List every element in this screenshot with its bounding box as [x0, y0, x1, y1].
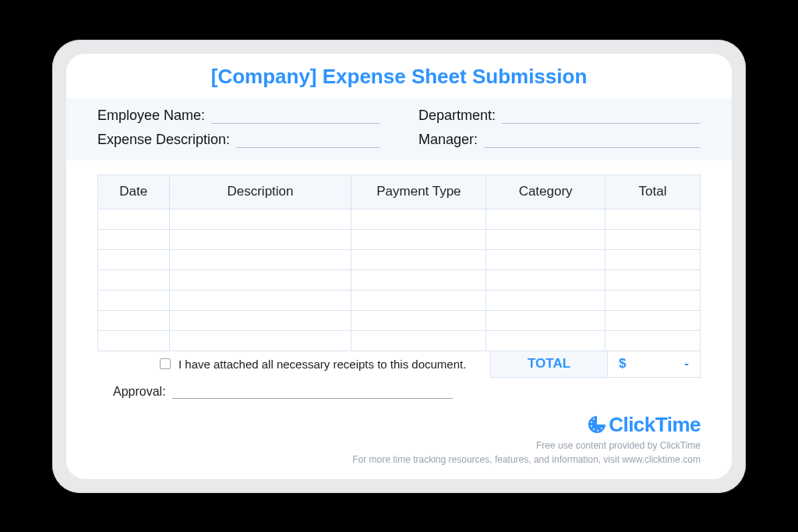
table-cell[interactable]: [351, 229, 486, 249]
col-header-category: Category: [486, 174, 606, 209]
form-title: [Company] Expense Sheet Submission: [66, 65, 732, 89]
table-cell[interactable]: [98, 290, 170, 310]
table-cell[interactable]: [98, 229, 170, 249]
svg-point-5: [601, 428, 602, 429]
total-currency: $: [619, 356, 626, 372]
col-header-total: Total: [605, 174, 700, 209]
expense-sheet: [Company] Expense Sheet Submission Emplo…: [66, 54, 732, 479]
table-cell[interactable]: [605, 290, 700, 310]
employee-name-field: Employee Name:: [97, 107, 380, 124]
table-cell[interactable]: [486, 270, 606, 290]
svg-point-1: [591, 421, 592, 423]
approval-input[interactable]: [172, 386, 453, 399]
col-header-description: Description: [169, 174, 351, 209]
table-cell[interactable]: [605, 249, 700, 270]
table-row: [98, 290, 701, 310]
table-cell[interactable]: [169, 330, 351, 351]
footer-line-2: For more time tracking resources, featur…: [352, 453, 701, 467]
svg-point-3: [593, 428, 595, 430]
department-input[interactable]: [502, 110, 701, 124]
table-cell[interactable]: [605, 270, 700, 290]
header-fields: Employee Name: Department: Expense Descr…: [66, 98, 732, 160]
table-header-row: Date Description Payment Type Category T…: [98, 174, 701, 209]
department-field: Department:: [418, 107, 701, 124]
table-cell[interactable]: [98, 249, 170, 270]
table-cell[interactable]: [486, 290, 606, 310]
table-row: [98, 229, 701, 249]
table-cell[interactable]: [351, 290, 486, 310]
table-cell[interactable]: [605, 229, 700, 249]
table-row: [98, 249, 701, 270]
col-header-date: Date: [98, 174, 170, 209]
table-cell[interactable]: [605, 330, 700, 351]
department-label: Department:: [418, 107, 496, 124]
expense-table-body: [98, 209, 701, 351]
total-amount: -: [684, 356, 689, 372]
brand-logo: ClickTime: [587, 413, 701, 437]
receipt-note-text: I have attached all necessary receipts t…: [178, 358, 466, 371]
table-cell[interactable]: [98, 310, 170, 330]
svg-point-2: [591, 425, 592, 427]
svg-point-4: [597, 430, 598, 432]
table-cell[interactable]: [486, 249, 606, 270]
brand-name: ClickTime: [609, 413, 701, 437]
svg-point-0: [593, 418, 595, 420]
col-header-payment-type: Payment Type: [351, 174, 486, 209]
expense-description-label: Expense Description:: [97, 132, 230, 148]
table-cell[interactable]: [605, 209, 700, 229]
table-cell[interactable]: [98, 209, 170, 229]
document-frame: [Company] Expense Sheet Submission Emplo…: [52, 40, 746, 493]
table-cell[interactable]: [98, 330, 170, 351]
table-cell[interactable]: [486, 330, 606, 351]
table-row: [98, 310, 701, 330]
table-cell[interactable]: [486, 209, 606, 229]
table-cell[interactable]: [351, 310, 486, 330]
table-row: [98, 330, 701, 351]
table-cell[interactable]: [486, 310, 606, 330]
table-row: [98, 209, 701, 229]
approval-label: Approval:: [113, 385, 166, 399]
table-row: [98, 270, 701, 290]
receipt-checkbox[interactable]: [160, 358, 171, 369]
clicktime-icon: [587, 414, 607, 435]
employee-name-label: Employee Name:: [97, 107, 205, 124]
table-cell[interactable]: [169, 209, 351, 229]
manager-label: Manager:: [418, 132, 478, 148]
footer-attribution: Free use content provided by ClickTime F…: [352, 439, 701, 467]
total-value: $ -: [607, 351, 701, 378]
table-cell[interactable]: [605, 310, 700, 330]
employee-name-input[interactable]: [211, 110, 380, 124]
manager-field: Manager:: [418, 132, 701, 148]
expense-table-wrap: Date Description Payment Type Category T…: [66, 160, 732, 351]
table-cell[interactable]: [169, 290, 351, 310]
manager-input[interactable]: [484, 134, 701, 148]
expense-description-input[interactable]: [236, 134, 380, 148]
total-label: TOTAL: [490, 351, 607, 378]
table-cell[interactable]: [169, 249, 351, 270]
table-cell[interactable]: [351, 330, 486, 351]
table-cell[interactable]: [486, 229, 606, 249]
table-cell[interactable]: [169, 310, 351, 330]
table-cell[interactable]: [351, 270, 486, 290]
table-cell[interactable]: [98, 270, 170, 290]
table-cell[interactable]: [351, 249, 486, 270]
table-cell[interactable]: [351, 209, 486, 229]
table-cell[interactable]: [169, 270, 351, 290]
footer-line-1: Free use content provided by ClickTime: [352, 439, 701, 453]
expense-description-field: Expense Description:: [97, 132, 380, 148]
table-cell[interactable]: [169, 229, 351, 249]
expense-table: Date Description Payment Type Category T…: [97, 174, 701, 351]
